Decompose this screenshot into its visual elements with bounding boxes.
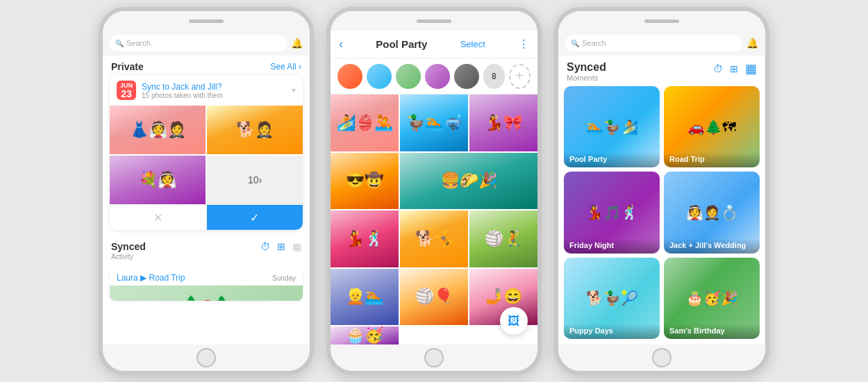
- phone-1-top-bar: [103, 11, 310, 31]
- cancel-button[interactable]: ✕: [110, 205, 207, 230]
- album-photo-5[interactable]: 🍔🌮🎉: [400, 153, 537, 210]
- album-photo-2[interactable]: 🦆🏊🤿: [400, 94, 468, 151]
- phone-2-top-bar: [331, 11, 537, 31]
- activity-name: Laura ▶ Road Trip: [117, 273, 185, 283]
- avatar-5[interactable]: [454, 64, 479, 89]
- photo-char-3: 💃🎀: [469, 94, 537, 151]
- bell-icon[interactable]: 🔔: [291, 38, 303, 49]
- moment-label-sams-birthday: Sam's Birthday: [664, 324, 760, 339]
- home-button-3[interactable]: [652, 348, 671, 367]
- back-button[interactable]: ‹: [339, 37, 343, 51]
- search-3-icon: 🔍: [571, 40, 579, 47]
- synced-sub-title: Moments: [567, 74, 606, 82]
- camera-icon[interactable]: ▦: [292, 241, 301, 252]
- activity-illus: 🌲🚗🌲: [110, 285, 303, 301]
- phone-1-search-bar: 🔍 Search 🔔: [103, 31, 310, 56]
- moment-card-jj-wedding[interactable]: 👰🤵💍 Jack + Jill's Wedding: [664, 172, 760, 253]
- synced-header: Synced ⏱ ⊞ ▦: [111, 241, 301, 252]
- private-title: Private: [111, 61, 144, 72]
- photo-char-5: 🍔🌮🎉: [400, 153, 537, 210]
- phone-1-screen: 🔍 Search 🔔 Private See All › JUN 23: [103, 31, 310, 344]
- photo-grid: 👗👰🤵 🐕🤵 💐👰 10›: [110, 106, 303, 204]
- photo-cell-3: 💐👰: [110, 156, 206, 204]
- grid-3-icon[interactable]: ⊞: [730, 63, 738, 74]
- photo-cell-count[interactable]: 10›: [207, 156, 303, 204]
- search-icon: 🔍: [115, 40, 124, 47]
- photo-char-4: 😎🤠: [331, 153, 399, 210]
- bell-3-icon[interactable]: 🔔: [746, 38, 758, 49]
- album-photo-9[interactable]: 👱🏊: [331, 269, 399, 326]
- photo-cell-2: 🐕🤵: [207, 106, 303, 154]
- photo-char-10: 🏐🎈: [400, 269, 468, 326]
- phone-3-top-bar: [558, 11, 765, 31]
- search-placeholder: Search: [126, 39, 151, 47]
- activity-label: Activity: [111, 253, 301, 260]
- grid-icon[interactable]: ⊞: [277, 241, 285, 252]
- sync-actions: ✕ ✓: [110, 204, 303, 230]
- moment-card-friday-night[interactable]: 💃🎵🕺 Friday Night: [564, 172, 660, 253]
- more-button[interactable]: ⋮: [518, 38, 529, 51]
- photo-illus-2: 🐕🤵: [207, 106, 303, 154]
- private-section-header: Private See All ›: [103, 56, 310, 75]
- photo-album-grid: 🏄👙🤽 🦆🏊🤿 💃🎀 😎🤠 🍔🌮🎉 💃🕺: [331, 94, 537, 344]
- moment-label-puppy-days: Puppy Days: [564, 324, 660, 339]
- phone-3-bottom-bar: [558, 344, 765, 371]
- photo-char-6: 💃🕺: [331, 210, 399, 267]
- photo-illus-1: 👗👰🤵: [110, 106, 206, 154]
- cancel-icon: ✕: [153, 211, 162, 224]
- album-photo-12[interactable]: 🧁🥳: [331, 326, 399, 344]
- photo-char-7: 🐕🤸: [400, 210, 468, 267]
- clock-3-icon[interactable]: ⏱: [713, 63, 723, 74]
- home-button-2[interactable]: [424, 348, 444, 367]
- photo-char-2: 🦆🏊🤿: [400, 94, 468, 151]
- phone-3-search-bar: 🔍 Search 🔔: [558, 31, 765, 56]
- moment-card-puppy-days[interactable]: 🐕🦆🎾 Puppy Days: [564, 258, 660, 339]
- album-photo-8[interactable]: 🏐🤾: [469, 210, 537, 267]
- album-photo-4[interactable]: 😎🤠: [331, 153, 399, 210]
- photo-char-1: 🏄👙🤽: [331, 94, 399, 151]
- clock-icon[interactable]: ⏱: [260, 241, 270, 252]
- synced-header-icons: ⏱ ⊞ ▦: [713, 61, 757, 76]
- album-title: Pool Party: [376, 38, 427, 50]
- fab-add-photo-button[interactable]: 🖼: [500, 307, 528, 335]
- sync-card-header: JUN 23 Sync to Jack and Jill? 15 photos …: [110, 75, 303, 106]
- album-photo-7[interactable]: 🐕🤸: [400, 210, 468, 267]
- synced-title: Synced: [111, 241, 146, 252]
- phone-1-bottom-bar: [103, 344, 310, 371]
- camera-3-icon[interactable]: ▦: [745, 61, 757, 76]
- album-photo-1[interactable]: 🏄👙🤽: [331, 94, 399, 151]
- date-badge: JUN 23: [117, 81, 136, 100]
- album-photo-10[interactable]: 🏐🎈: [400, 269, 468, 326]
- moment-label-road-trip: Road Trip: [664, 152, 760, 167]
- moment-card-sams-birthday[interactable]: 🎂🥳🎉 Sam's Birthday: [664, 258, 760, 339]
- photo-char-9: 👱🏊: [331, 269, 399, 326]
- phone-2-bottom-bar: [331, 344, 537, 371]
- avatars-row: 8 +: [331, 58, 537, 94]
- see-all-link[interactable]: See All ›: [270, 62, 301, 72]
- confirm-icon: ✓: [250, 211, 259, 224]
- dropdown-arrow-icon[interactable]: ▾: [292, 85, 296, 95]
- home-button[interactable]: [197, 348, 216, 367]
- synced-section: Synced ⏱ ⊞ ▦ Activity: [103, 235, 310, 263]
- search-3-placeholder: Search: [582, 39, 606, 47]
- moment-card-pool-party[interactable]: 🏊🦆🏄 Pool Party: [564, 86, 660, 167]
- search-3-input-container[interactable]: 🔍 Search: [565, 35, 742, 51]
- moment-card-road-trip[interactable]: 🚗🌲🗺 Road Trip: [664, 86, 760, 167]
- avatar-count-badge[interactable]: 8: [483, 64, 505, 89]
- avatar-1[interactable]: [337, 64, 362, 89]
- phone-speaker: [189, 19, 224, 23]
- activity-item-header: Laura ▶ Road Trip Sunday: [110, 267, 303, 285]
- search-input-container[interactable]: 🔍 Search: [110, 35, 287, 51]
- album-photo-3[interactable]: 💃🎀: [469, 94, 537, 151]
- add-person-button[interactable]: +: [509, 64, 531, 89]
- photo-char-8: 🏐🤾: [469, 210, 537, 267]
- select-button[interactable]: Select: [460, 39, 485, 49]
- avatar-3[interactable]: [396, 64, 421, 89]
- activity-date: Sunday: [272, 274, 296, 282]
- confirm-button[interactable]: ✓: [207, 205, 303, 230]
- avatar-4[interactable]: [425, 64, 450, 89]
- album-photo-6[interactable]: 💃🕺: [331, 210, 399, 267]
- phone-2-speaker: [417, 19, 451, 23]
- avatar-2[interactable]: [367, 64, 392, 89]
- sync-info: Sync to Jack and Jill? 15 photos taken w…: [142, 82, 286, 99]
